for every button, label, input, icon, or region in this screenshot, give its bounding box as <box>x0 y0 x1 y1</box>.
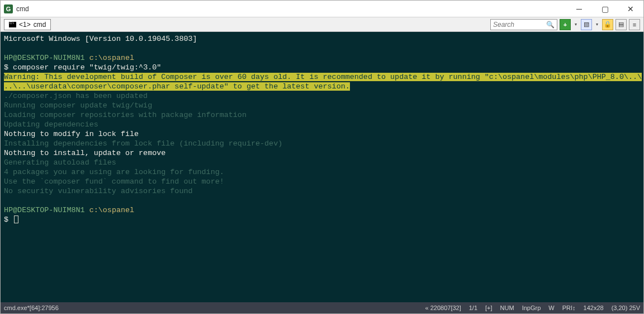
search-placeholder: Search <box>493 21 514 29</box>
blank-line-2 <box>4 196 640 205</box>
prompt-symbol-2: $ <box>4 215 8 224</box>
out-10: Use the `composer fund` command to find … <box>4 177 640 186</box>
status-encoding: « 220807[32] <box>425 304 461 311</box>
search-input[interactable]: Search 🔍 <box>490 19 557 30</box>
status-process: cmd.exe*[64]:27956 <box>4 304 59 311</box>
status-bar: cmd.exe*[64]:27956 « 220807[32] 1/1 [+] … <box>1 302 643 313</box>
prompt-path: c:\ospanel <box>89 54 134 62</box>
minimize-button[interactable]: ─ <box>566 1 592 17</box>
status-inpgrp: InpGrp <box>522 304 541 311</box>
blank-line <box>4 44 640 53</box>
out-1: ./composer.json has been updated <box>4 91 640 101</box>
maximize-button[interactable]: ▢ <box>592 1 618 17</box>
out-4: Updating dependencies <box>4 120 640 129</box>
warning-line-2: ..\..\userdata\composer\composer.phar se… <box>4 82 640 91</box>
prompt-symbol: $ <box>4 63 8 72</box>
terminal-cursor <box>14 215 18 223</box>
out-3: Loading composer repositories with packa… <box>4 110 640 120</box>
tab-name: cmd <box>34 21 46 29</box>
list-button[interactable]: ≡ <box>629 19 640 30</box>
toolbar: <1> cmd Search 🔍 + ▾ ▧ ▾ 🔒 ▤ ≡ <box>1 17 643 32</box>
window-title: cmd <box>16 5 29 13</box>
prompt-userhost-2: HP@DESKTOP-NUIM8N1 <box>4 206 85 214</box>
warning-line-2-text: ..\..\userdata\composer\composer.phar se… <box>4 82 350 91</box>
out-9: 4 packages you are using are looking for… <box>4 167 640 177</box>
tab-index: <1> <box>19 21 31 29</box>
close-button[interactable]: ✕ <box>618 1 643 17</box>
app-window: G cmd ─ ▢ ✕ <1> cmd Search 🔍 + ▾ ▧ ▾ 🔒 ▤… <box>0 0 644 314</box>
out-6: Installing dependencies from lock file (… <box>4 139 640 148</box>
status-size: 142x28 <box>584 304 604 311</box>
status-panes: 1/1 <box>469 304 477 311</box>
terminal-banner: Microsoft Windows [Version 10.0.19045.38… <box>4 34 640 44</box>
out-11: No security vulnerability advisories fou… <box>4 186 640 196</box>
app-icon: G <box>4 4 13 13</box>
prompt-path-2: c:\ospanel <box>89 206 134 214</box>
command-text: composer require "twig/twig:^3.0" <box>13 63 161 72</box>
status-pri: PRI↕ <box>562 304 576 311</box>
warning-line-1: Warning: This development build of Compo… <box>4 72 640 82</box>
status-w: W <box>548 304 554 311</box>
out-5: Nothing to modify in lock file <box>4 129 640 139</box>
command-line: $ composer require "twig/twig:^3.0" <box>4 63 640 72</box>
window-titlebar[interactable]: G cmd ─ ▢ ✕ <box>1 1 643 17</box>
tasks-dropdown[interactable]: ▾ <box>594 22 600 27</box>
out-7: Nothing to install, update or remove <box>4 148 640 158</box>
prompt-line-1: HP@DESKTOP-NUIM8N1 c:\ospanel <box>4 53 640 63</box>
console-icon <box>9 22 16 27</box>
prompt-line-2: HP@DESKTOP-NUIM8N1 c:\ospanel <box>4 205 640 215</box>
terminal-viewport[interactable]: Microsoft Windows [Version 10.0.19045.38… <box>1 32 643 302</box>
status-cursorpos: (3,20) 25V <box>612 304 640 311</box>
status-numlock: NUM <box>500 304 514 311</box>
lock-button[interactable]: 🔒 <box>602 19 613 30</box>
prompt-userhost: HP@DESKTOP-NUIM8N1 <box>4 54 85 62</box>
status-plus: [+] <box>485 304 493 311</box>
tasks-button[interactable]: ▧ <box>581 19 592 30</box>
search-icon: 🔍 <box>546 21 555 29</box>
new-console-button[interactable]: + <box>560 19 571 30</box>
out-8: Generating autoload files <box>4 158 640 167</box>
warning-line-1-text: Warning: This development build of Compo… <box>4 73 642 81</box>
tab-cmd[interactable]: <1> cmd <box>4 19 51 30</box>
new-console-dropdown[interactable]: ▾ <box>573 22 579 27</box>
settings-button[interactable]: ▤ <box>615 19 627 30</box>
out-2: Running composer update twig/twig <box>4 101 640 110</box>
prompt-line-3: $ <box>4 215 640 224</box>
